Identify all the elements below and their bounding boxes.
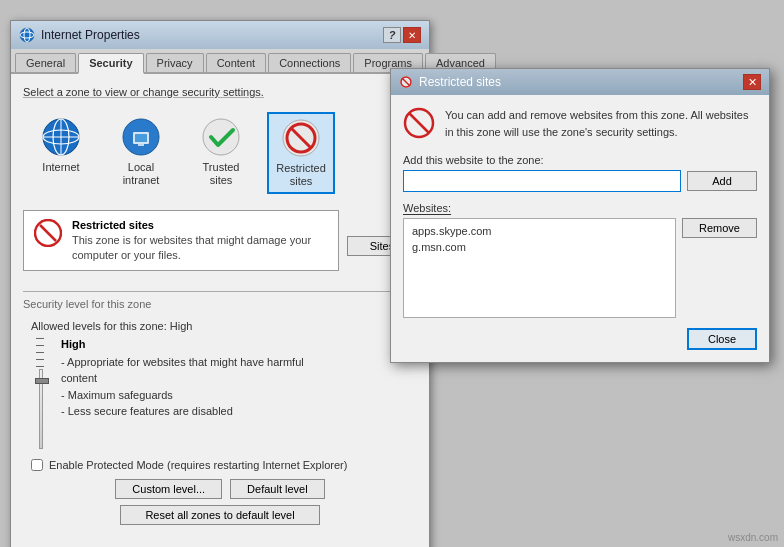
svg-line-17 bbox=[40, 225, 56, 241]
overlay-title-icon bbox=[399, 75, 413, 89]
zone-info-content: Restricted sites This zone is for websit… bbox=[72, 219, 328, 262]
restricted-sites-icon bbox=[281, 118, 321, 158]
security-tab-content: Select a zone to view or change security… bbox=[11, 74, 429, 541]
svg-point-0 bbox=[20, 28, 34, 42]
internet-icon bbox=[41, 117, 81, 157]
overlay-warning-icon bbox=[403, 107, 435, 139]
zone-internet[interactable]: Internet bbox=[27, 112, 95, 194]
local-intranet-icon bbox=[121, 117, 161, 157]
level-title: High bbox=[61, 338, 409, 350]
add-website-label: Add this website to the zone: bbox=[403, 154, 757, 166]
custom-level-button[interactable]: Custom level... bbox=[115, 479, 222, 499]
internet-properties-window: Internet Properties ? ✕ General Security… bbox=[10, 20, 430, 547]
ie-icon bbox=[19, 27, 35, 43]
allowed-levels-text: Allowed levels for this zone: High bbox=[31, 320, 409, 332]
overlay-bottom: Close bbox=[403, 318, 757, 350]
overlay-info-text: You can add and remove websites from thi… bbox=[445, 107, 757, 140]
svg-point-12 bbox=[203, 119, 239, 155]
zone-info-desc: This zone is for websites that might dam… bbox=[72, 233, 328, 262]
add-website-input[interactable] bbox=[403, 170, 681, 192]
level-desc3: - Less secure features are disabled bbox=[61, 403, 409, 420]
level-description: High - Appropriate for websites that mig… bbox=[61, 338, 409, 420]
overlay-info-row: You can add and remove websites from thi… bbox=[403, 107, 757, 140]
watermark: wsxdn.com bbox=[728, 532, 778, 543]
slider-graphic bbox=[31, 338, 51, 451]
slider-mark-1 bbox=[36, 338, 44, 339]
zone-icons-area: Internet Local intranet Trusted sites bbox=[23, 108, 417, 198]
overlay-list-buttons: Remove bbox=[682, 218, 757, 318]
trusted-sites-icon bbox=[201, 117, 241, 157]
slider-mark-4 bbox=[36, 359, 44, 360]
slider-mark-5 bbox=[36, 366, 44, 367]
protected-mode-checkbox[interactable] bbox=[31, 459, 43, 471]
remove-button[interactable]: Remove bbox=[682, 218, 757, 238]
zone-trusted-sites[interactable]: Trusted sites bbox=[187, 112, 255, 194]
add-website-row: Add bbox=[403, 170, 757, 192]
level-button-row: Custom level... Default level bbox=[31, 479, 409, 499]
zone-restricted-sites[interactable]: Restricted sites bbox=[267, 112, 335, 194]
security-level-content: Allowed levels for this zone: High bbox=[23, 316, 417, 529]
zone-local-intranet-label: Local intranet bbox=[112, 161, 170, 187]
list-item-msn[interactable]: g.msn.com bbox=[408, 239, 671, 255]
level-desc2: - Maximum safeguards bbox=[61, 387, 409, 404]
level-desc1b: content bbox=[61, 370, 409, 387]
slider-mark-3 bbox=[36, 352, 44, 353]
tab-privacy[interactable]: Privacy bbox=[146, 53, 204, 72]
zone-internet-label: Internet bbox=[42, 161, 79, 174]
zone-info-icon bbox=[34, 219, 62, 247]
title-bar-left: Internet Properties bbox=[19, 27, 140, 43]
zone-info-row: Restricted sites This zone is for websit… bbox=[23, 210, 417, 281]
slider-area: High - Appropriate for websites that mig… bbox=[31, 338, 409, 451]
slider-mark-2 bbox=[36, 345, 44, 346]
tab-content[interactable]: Content bbox=[206, 53, 267, 72]
overlay-close-btn[interactable]: ✕ bbox=[743, 74, 761, 90]
overlay-title-bar: Restricted sites ✕ bbox=[391, 69, 769, 95]
list-item-skype[interactable]: apps.skype.com bbox=[408, 223, 671, 239]
reset-zones-button[interactable]: Reset all zones to default level bbox=[120, 505, 320, 525]
overlay-close-button[interactable]: Close bbox=[687, 328, 757, 350]
level-desc1: - Appropriate for websites that might ha… bbox=[61, 354, 409, 371]
overlay-title-text: Restricted sites bbox=[419, 75, 501, 89]
svg-rect-11 bbox=[138, 144, 144, 146]
reset-button-area: Reset all zones to default level bbox=[31, 505, 409, 525]
close-button[interactable]: ✕ bbox=[403, 27, 421, 43]
websites-list-row: apps.skype.com g.msn.com Remove bbox=[403, 218, 757, 318]
add-button[interactable]: Add bbox=[687, 171, 757, 191]
protected-mode-label: Enable Protected Mode (requires restarti… bbox=[49, 459, 347, 471]
zone-info-title: Restricted sites bbox=[72, 219, 328, 231]
tab-bar: General Security Privacy Content Connect… bbox=[11, 49, 429, 74]
tab-connections[interactable]: Connections bbox=[268, 53, 351, 72]
tab-security[interactable]: Security bbox=[78, 53, 143, 74]
svg-line-22 bbox=[409, 113, 429, 133]
zone-trusted-sites-label: Trusted sites bbox=[192, 161, 250, 187]
slider-thumb[interactable] bbox=[35, 378, 49, 384]
default-level-button[interactable]: Default level bbox=[230, 479, 325, 499]
overlay-title-left: Restricted sites bbox=[399, 75, 501, 89]
title-bar: Internet Properties ? ✕ bbox=[11, 21, 429, 49]
zone-info-box: Restricted sites This zone is for websit… bbox=[23, 210, 339, 271]
instruction-text: Select a zone to view or change security… bbox=[23, 86, 417, 98]
restricted-sites-overlay: Restricted sites ✕ You can add and remov… bbox=[390, 68, 770, 363]
security-section-label: Security level for this zone bbox=[23, 291, 417, 310]
tab-general[interactable]: General bbox=[15, 53, 76, 72]
protected-mode-row: Enable Protected Mode (requires restarti… bbox=[31, 459, 409, 471]
slider-track[interactable] bbox=[39, 369, 43, 449]
overlay-content: You can add and remove websites from thi… bbox=[391, 95, 769, 362]
websites-list[interactable]: apps.skype.com g.msn.com bbox=[403, 218, 676, 318]
svg-rect-10 bbox=[135, 134, 147, 142]
title-bar-controls: ? ✕ bbox=[383, 27, 421, 43]
zone-restricted-label: Restricted sites bbox=[273, 162, 329, 188]
window-title: Internet Properties bbox=[41, 28, 140, 42]
help-button[interactable]: ? bbox=[383, 27, 401, 43]
websites-label: Websites: bbox=[403, 202, 757, 214]
zone-local-intranet[interactable]: Local intranet bbox=[107, 112, 175, 194]
